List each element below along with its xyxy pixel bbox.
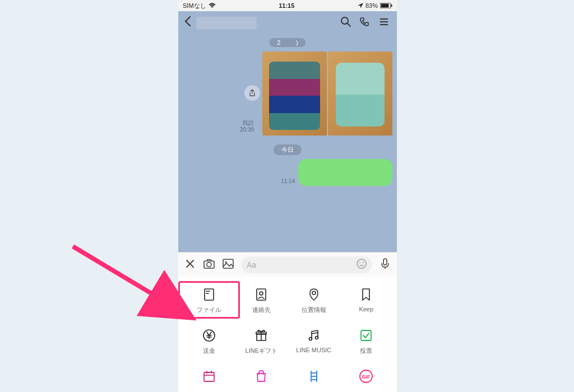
svg-rect-29 [361, 330, 371, 340]
location-icon [306, 287, 322, 302]
attach-item-ladder[interactable] [288, 368, 340, 388]
clock: 11:15 [279, 2, 294, 9]
share-button[interactable] [244, 85, 260, 101]
svg-point-27 [315, 337, 318, 339]
svg-point-9 [207, 262, 211, 267]
attach-label: LINE MUSIC [296, 347, 331, 353]
image-thumbnail[interactable] [262, 52, 327, 136]
attach-label: 連絡先 [252, 306, 271, 314]
input-placeholder: Aa [247, 260, 256, 269]
call-icon[interactable] [358, 16, 372, 30]
svg-rect-15 [383, 259, 387, 265]
svg-rect-10 [223, 259, 233, 268]
back-button[interactable] [184, 16, 192, 30]
message-meta: 既読 20:39 [240, 120, 254, 133]
attach-item-bookmark[interactable]: Keep [340, 287, 393, 314]
contact-icon [253, 287, 269, 302]
svg-point-26 [309, 338, 312, 340]
attach-label: Keep [359, 306, 373, 312]
svg-text:GIF: GIF [362, 374, 371, 380]
svg-point-13 [359, 262, 360, 263]
ladder-icon [306, 368, 322, 384]
attach-item-gift[interactable]: LINEギフト [235, 328, 288, 355]
chat-title [196, 17, 257, 29]
location-services-icon [358, 3, 363, 8]
message-input[interactable]: Aa [241, 256, 372, 273]
attach-item-location[interactable]: 位置情報 [288, 287, 340, 314]
file-icon [201, 287, 217, 302]
svg-point-20 [260, 292, 263, 295]
date-separator: 今日 [274, 144, 302, 155]
svg-rect-16 [205, 289, 214, 300]
attach-item-file[interactable]: ファイル [183, 287, 235, 314]
chat-header [178, 11, 397, 35]
sent-message-bubble[interactable] [298, 159, 392, 186]
phone-frame: SIMなし 11:15 83% [178, 0, 397, 392]
emoji-icon[interactable] [357, 259, 367, 270]
attach-label: 送金 [203, 347, 215, 355]
microphone-icon[interactable] [379, 258, 391, 272]
attach-item-yen[interactable]: 送金 [183, 328, 235, 355]
battery-pct: 83% [365, 2, 378, 9]
attach-item-calendar[interactable] [183, 368, 235, 388]
search-icon[interactable] [339, 16, 353, 30]
gallery-icon[interactable] [222, 259, 234, 271]
gif-icon: GIF [358, 368, 374, 384]
svg-rect-2 [391, 4, 392, 7]
attach-item-music[interactable]: LINE MUSIC [288, 328, 340, 355]
attach-label: ファイル [197, 306, 221, 314]
attach-item-shopping[interactable] [235, 368, 288, 388]
wifi-icon [209, 3, 216, 8]
svg-line-4 [348, 24, 350, 26]
message-time: 11:14 [281, 178, 295, 184]
menu-icon[interactable] [377, 16, 391, 30]
svg-rect-1 [381, 4, 388, 8]
svg-point-3 [341, 17, 348, 24]
svg-line-41 [73, 246, 185, 314]
carrier-label: SIMなし [183, 2, 206, 10]
attach-item-contact[interactable]: 連絡先 [235, 287, 288, 314]
bookmark-icon [358, 287, 374, 302]
chat-body[interactable]: 2 ) 既読 20:39 今日 11:14 [178, 35, 397, 252]
svg-point-21 [312, 291, 316, 295]
attach-item-vote[interactable]: 投票 [340, 328, 393, 355]
attachment-panel: ファイル連絡先位置情報Keep送金LINEギフトLINE MUSIC投票GIF [178, 277, 397, 392]
close-attach-icon[interactable] [184, 259, 196, 270]
music-icon [306, 328, 322, 343]
svg-rect-30 [204, 372, 214, 381]
date-separator: 2 ) [269, 38, 305, 47]
svg-point-12 [357, 259, 366, 268]
yen-icon [201, 328, 217, 343]
vote-icon [358, 328, 374, 343]
camera-icon[interactable] [203, 259, 215, 271]
svg-point-14 [363, 262, 364, 263]
attach-label: 投票 [360, 347, 372, 355]
image-message[interactable] [262, 52, 392, 136]
attach-label: 位置情報 [302, 306, 326, 314]
calendar-icon [201, 368, 217, 384]
image-thumbnail[interactable] [328, 52, 392, 136]
attach-label: LINEギフト [246, 347, 277, 355]
attach-item-gif[interactable]: GIF [340, 368, 393, 388]
status-bar: SIMなし 11:15 83% [178, 0, 397, 11]
input-bar: Aa [178, 252, 397, 277]
shopping-icon [253, 368, 269, 384]
battery-icon [380, 3, 392, 8]
gift-icon [253, 328, 269, 343]
svg-line-28 [312, 333, 318, 334]
